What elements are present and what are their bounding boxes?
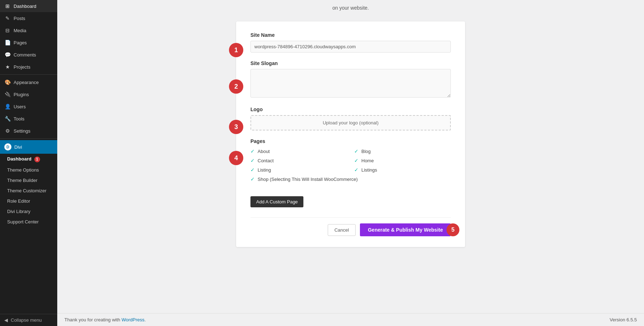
divi-submenu-role-editor[interactable]: Role Editor [0,196,57,206]
comments-icon: 💬 [4,52,11,58]
sidebar-item-appearance[interactable]: 🎨 Appearance [0,76,57,88]
page-label-blog: Blog [361,149,371,154]
submenu-label: Dashboard [7,156,31,162]
site-slogan-label: Site Slogan [250,60,451,66]
page-item-home: ✓ Home [354,158,451,163]
dashboard-badge: 1 [34,157,40,162]
divi-submenu-support-center[interactable]: Support Center [0,217,57,227]
sidebar-item-label: Dashboard [14,4,36,9]
sidebar: ⊞ Dashboard ✎ Posts ⊟ Media 📄 Pages 💬 Co… [0,0,57,326]
sidebar-item-plugins[interactable]: 🔌 Plugins [0,88,57,100]
version-text: Version 6.5.5 [610,317,637,322]
wordpress-link[interactable]: WordPress [122,317,145,322]
divi-submenu-theme-options[interactable]: Theme Options [0,165,57,175]
sidebar-item-label: Settings [14,128,30,134]
sidebar-item-dashboard[interactable]: ⊞ Dashboard [0,0,57,12]
sidebar-item-label: Comments [14,52,36,58]
step-badge-1: 1 [229,43,243,57]
footer-bar: Thank you for creating with WordPress. V… [57,313,644,326]
sidebar-item-users[interactable]: 👤 Users [0,100,57,113]
divi-logo-icon: D [4,143,11,150]
divi-submenu-dashboard[interactable]: Dashboard 1 [0,154,57,165]
collapse-menu-button[interactable]: ◀ Collapse menu [0,314,57,326]
plugins-icon: 🔌 [4,92,11,97]
sidebar-item-label: Plugins [14,92,29,97]
page-item-shop: ✓ Shop (Selecting This Will Install WooC… [250,176,451,182]
dashboard-icon: ⊞ [4,3,11,9]
sidebar-item-divi[interactable]: D Divi [0,140,57,154]
page-label-about: About [258,149,270,154]
site-slogan-input[interactable] [250,69,451,98]
site-name-input[interactable] [250,41,451,53]
divi-submenu-theme-builder[interactable]: Theme Builder [0,175,57,186]
divi-submenu-divi-library[interactable]: Divi Library [0,206,57,217]
submenu-label: Support Center [7,219,39,224]
check-icon-home: ✓ [354,158,358,163]
check-icon-listing: ✓ [250,167,255,173]
sidebar-divider [0,74,57,75]
logo-label: Logo [250,107,451,112]
add-custom-page-button[interactable]: Add A Custom Page [250,196,303,207]
divi-label: Divi [14,144,22,150]
sidebar-item-label: Media [14,28,26,33]
divi-submenu-theme-customizer[interactable]: Theme Customizer [0,186,57,196]
sidebar-item-label: Posts [14,16,25,21]
form-card: Site Name Site Slogan Logo Upload your l… [236,21,465,247]
submenu-label: Theme Options [7,167,39,173]
submenu-label: Divi Library [7,209,30,214]
check-icon-contact: ✓ [250,158,255,163]
page-item-about: ✓ About [250,148,347,154]
step-badge-5: 5 [447,223,459,236]
sidebar-item-comments[interactable]: 💬 Comments [0,49,57,61]
page-label-listing: Listing [258,167,271,173]
check-icon-blog: ✓ [354,148,358,154]
sidebar-item-settings[interactable]: ⚙ Settings [0,125,57,137]
media-icon: ⊟ [4,28,11,33]
pages-icon: 📄 [4,40,11,45]
site-name-group: Site Name [250,32,451,53]
sidebar-item-label: Pages [14,40,27,45]
logo-group: Logo Upload your logo (optional) [250,107,451,130]
sidebar-item-posts[interactable]: ✎ Posts [0,12,57,24]
sidebar-item-label: Appearance [14,80,39,85]
pages-group: Pages ✓ About ✓ Blog ✓ Contact [250,138,451,207]
logo-upload-text: Upload your logo (optional) [323,120,379,125]
footer-text: Thank you for creating with WordPress. [64,317,146,322]
sidebar-item-tools[interactable]: 🔧 Tools [0,113,57,125]
form-card-wrapper: 1 2 3 4 Site Name Site Slogan Logo [236,21,465,247]
cancel-button[interactable]: Cancel [328,224,356,236]
page-item-listings: ✓ Listings [354,167,451,173]
step-badge-2: 2 [229,79,243,94]
collapse-icon: ◀ [4,317,8,323]
sidebar-item-media[interactable]: ⊟ Media [0,24,57,36]
page-label-listings: Listings [361,167,377,173]
logo-upload-button[interactable]: Upload your logo (optional) [250,115,451,130]
submenu-label: Theme Builder [7,178,38,183]
tools-icon: 🔧 [4,116,11,122]
page-label-contact: Contact [258,158,274,163]
sidebar-item-projects[interactable]: ★ Projects [0,61,57,73]
page-label-shop: Shop (Selecting This Will Install WooCom… [258,177,358,182]
site-name-label: Site Name [250,32,451,38]
divi-submenu: Dashboard 1 Theme Options Theme Builder … [0,154,57,227]
sidebar-item-pages[interactable]: 📄 Pages [0,36,57,49]
posts-icon: ✎ [4,15,11,21]
projects-icon: ★ [4,64,11,70]
sidebar-item-label: Projects [14,64,30,70]
page-item-contact: ✓ Contact [250,158,347,163]
main-content: on your website. 1 2 3 4 Site Name Site … [57,0,644,326]
step-badge-3: 3 [229,120,243,134]
submenu-label: Role Editor [7,198,30,204]
page-label-home: Home [361,158,374,163]
step-badge-4: 4 [229,151,243,165]
check-icon-about: ✓ [250,148,255,154]
submenu-label: Theme Customizer [7,188,47,193]
collapse-label: Collapse menu [11,317,42,323]
check-icon-listings: ✓ [354,167,358,173]
pages-grid: ✓ About ✓ Blog ✓ Contact ✓ [250,148,451,182]
top-text: on your website. [325,5,376,11]
action-row: Cancel Generate & Publish My Website 5 [250,217,451,236]
check-icon-shop: ✓ [250,176,255,182]
appearance-icon: 🎨 [4,79,11,85]
generate-publish-button[interactable]: Generate & Publish My Website [360,223,451,236]
